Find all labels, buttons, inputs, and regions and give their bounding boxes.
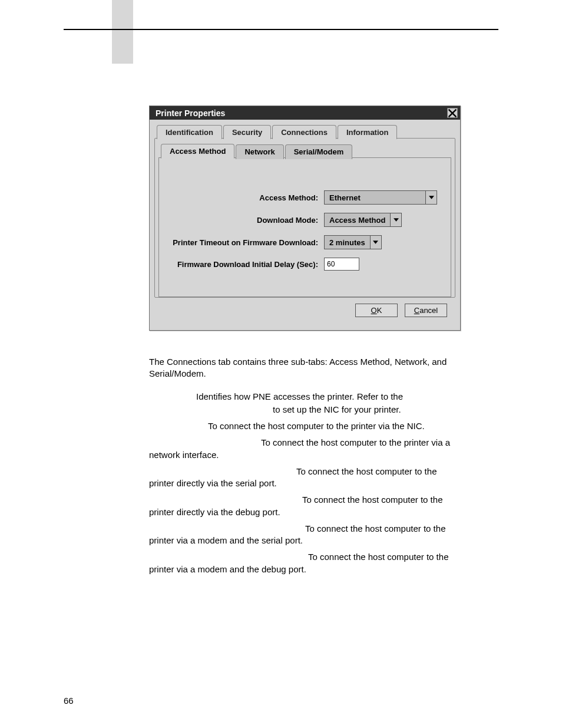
label-access-method: Access Method: bbox=[171, 193, 324, 202]
tab-connections[interactable]: Connections bbox=[272, 125, 336, 139]
chevron-down-icon[interactable] bbox=[390, 213, 401, 226]
ok-button[interactable]: OK bbox=[355, 304, 398, 317]
label-download-mode: Download Mode: bbox=[171, 216, 324, 225]
line-nic: To connect the host computer to the prin… bbox=[149, 420, 459, 432]
tab-security[interactable]: Security bbox=[223, 125, 271, 139]
line-access-intro-b: to set up the NIC for your printer. bbox=[149, 404, 459, 416]
tab-row-sub: Access Method Network Serial/Modem bbox=[158, 143, 451, 158]
top-horizontal-rule bbox=[64, 29, 498, 30]
line-modem-debug-b: printer via a modem and the debug port. bbox=[149, 564, 459, 575]
subtab-network[interactable]: Network bbox=[236, 144, 283, 159]
line-modem-serial-a: To connect the host computer to the bbox=[149, 523, 459, 535]
tab-information[interactable]: Information bbox=[338, 125, 398, 139]
tab-identification[interactable]: Identification bbox=[157, 125, 222, 139]
cancel-button[interactable]: Cancel bbox=[405, 304, 447, 317]
line-access-intro-a: Identifies how PNE accesses the printer.… bbox=[149, 391, 459, 403]
line-modem-serial-b: printer via a modem and the serial port. bbox=[149, 535, 459, 546]
subtab-serial-modem[interactable]: Serial/Modem bbox=[285, 144, 353, 159]
tab-row-top: Identification Security Connections Info… bbox=[154, 124, 455, 139]
line-serial-b: printer directly via the serial port. bbox=[149, 477, 459, 489]
printer-properties-dialog: Printer Properties Identification Securi… bbox=[149, 106, 461, 331]
svg-marker-4 bbox=[373, 241, 378, 243]
line-network-b: network interface. bbox=[149, 449, 459, 461]
line-serial-a: To connect the host computer to the bbox=[149, 466, 459, 477]
chevron-down-icon[interactable] bbox=[370, 236, 381, 249]
label-timeout: Printer Timeout on Firmware Download: bbox=[171, 238, 324, 247]
input-initial-delay[interactable] bbox=[324, 258, 359, 271]
svg-marker-2 bbox=[429, 196, 434, 199]
close-icon[interactable] bbox=[447, 108, 458, 118]
label-initial-delay: Firmware Download Initial Delay (Sec): bbox=[171, 260, 324, 269]
dialog-button-row: OK Cancel bbox=[154, 298, 455, 324]
dialog-titlebar: Printer Properties bbox=[150, 106, 460, 120]
dropdown-access-method-value: Ethernet bbox=[325, 191, 425, 204]
svg-marker-3 bbox=[394, 218, 399, 221]
dropdown-access-method[interactable]: Ethernet bbox=[324, 190, 437, 205]
chevron-down-icon[interactable] bbox=[425, 191, 437, 204]
line-debug-b: printer directly via the debug port. bbox=[149, 506, 459, 518]
line-debug-a: To connect the host computer to the bbox=[149, 494, 459, 506]
dialog-title: Printer Properties bbox=[156, 108, 225, 118]
margin-gray-block bbox=[112, 0, 133, 64]
line-modem-debug-a: To connect the host computer to the bbox=[149, 551, 459, 563]
body-text-block: The Connections tab contains three sub-t… bbox=[149, 356, 459, 580]
page-number: 66 bbox=[64, 696, 74, 706]
dropdown-download-mode-value: Access Method bbox=[325, 213, 390, 226]
paragraph-intro: The Connections tab contains three sub-t… bbox=[149, 356, 459, 380]
dropdown-download-mode[interactable]: Access Method bbox=[324, 213, 402, 227]
line-network-a: To connect the host computer to the prin… bbox=[149, 437, 459, 449]
dialog-body: Identification Security Connections Info… bbox=[150, 120, 460, 330]
subtab-access-method[interactable]: Access Method bbox=[161, 144, 234, 159]
dropdown-timeout[interactable]: 2 minutes bbox=[324, 235, 382, 249]
dropdown-timeout-value: 2 minutes bbox=[325, 236, 370, 249]
subtab-panel: Access Method: Ethernet Download Mode: bbox=[158, 157, 451, 297]
